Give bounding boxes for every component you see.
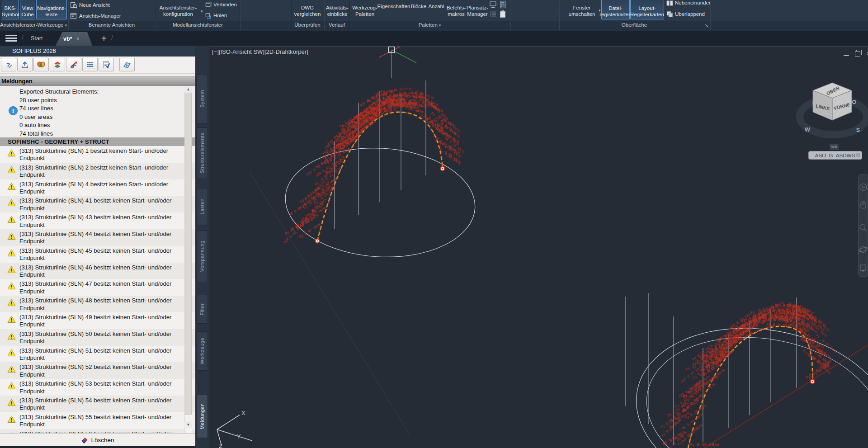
group-check[interactable]: Überprüfen (291, 22, 324, 29)
side-tab-strukturelemente[interactable]: Strukturelemente (196, 127, 208, 178)
warning-item[interactable]: ! (313) Strukturlinie (SLN) 55 besitzt k… (0, 412, 195, 429)
compass-south[interactable]: S (856, 127, 860, 133)
cascade-windows-button[interactable]: Überlappend (666, 10, 705, 18)
structure-1[interactable]: PZP 0.42 kN/mPy 0.42 kN/mPy -0.38 kN/mPy… (282, 80, 478, 263)
side-tab-meldungen[interactable]: Meldungen (196, 395, 208, 438)
warning-item[interactable]: ! (313) Strukturlinie (SLN) 45 besitzt k… (0, 246, 195, 263)
delete-button[interactable]: Löschen (0, 433, 195, 446)
bks-symbol-button[interactable]: BKS- Symbol (2, 0, 19, 19)
help-button[interactable]: ? (1, 58, 16, 71)
scrollbar-thumb[interactable] (185, 93, 192, 415)
warning-text-line2: Endpunkt (19, 271, 171, 278)
side-tab-filter[interactable]: Filter (196, 295, 208, 324)
chevron-down-icon[interactable]: ▾ (201, 9, 203, 14)
warning-item[interactable]: ! (313) Strukturlinie (SLN) 56 besitzt k… (0, 429, 195, 433)
restore-icon[interactable] (855, 51, 860, 57)
palette-clipboard-icon[interactable] (499, 10, 507, 18)
table-button[interactable] (82, 58, 98, 71)
group-named-views-label: Benannte Ansichten (89, 22, 135, 28)
view-cube[interactable]: N O S W OBEN LINKS VORNE (800, 83, 867, 135)
warning-item[interactable]: ! (313) Strukturlinie (SLN) 44 besitzt k… (0, 229, 195, 246)
visual-style-dropdown[interactable]: ASO_G_ASDWG (808, 151, 862, 160)
dropdown-handle-icon[interactable] (856, 153, 860, 157)
warning-item[interactable]: ! (313) Strukturlinie (SLN) 50 besitzt k… (0, 329, 195, 346)
group-interface[interactable]: Oberfläche (559, 22, 710, 29)
group-history[interactable]: Verlauf (324, 22, 350, 29)
beam-button[interactable] (66, 58, 81, 71)
messages-header[interactable]: Meldungen (0, 76, 195, 86)
switch-windows-button[interactable]: Fenster umschalten (566, 0, 598, 19)
navigation-bar-button[interactable]: Navigations- leiste (36, 0, 67, 19)
warning-item[interactable]: ! (313) Strukturlinie (SLN) 49 besitzt k… (0, 312, 195, 329)
side-tab-system[interactable]: System (196, 75, 208, 123)
warning-item[interactable]: ! (313) Strukturlinie (SLN) 43 besitzt k… (0, 212, 195, 229)
tab-start[interactable]: Start (28, 35, 45, 42)
warning-item[interactable]: ! (313) Strukturlinie (SLN) 47 besitzt k… (0, 279, 195, 296)
restore-viewport-button[interactable]: Holen (205, 11, 227, 19)
palette-calculator-icon[interactable] (499, 0, 507, 9)
drawing-canvas[interactable]: PZP 0.42 kN/mPy 0.42 kN/mPy -0.38 kN/mPy… (209, 47, 868, 448)
dialog-launcher-icon[interactable]: ↘ (704, 23, 708, 28)
group-model-viewports[interactable]: Modellansichtsfenster (156, 22, 240, 29)
view-cube-button[interactable]: View Cube (20, 0, 35, 19)
close-tab-icon[interactable]: × (76, 36, 79, 42)
structure-2[interactable]: Py 0.56 kN/m Py 0.28 kN/mPy -0.88 kN/mPB… (623, 293, 868, 448)
warning-text-line1: (313) Strukturlinie (SLN) 49 besitzt kei… (19, 314, 171, 321)
export-button[interactable] (17, 58, 33, 71)
warning-item[interactable]: ! (313) Strukturlinie (SLN) 46 besitzt k… (0, 263, 195, 279)
compass-west[interactable]: W (805, 127, 810, 133)
command-macros-button[interactable]: Befehls- makros (446, 0, 467, 19)
butterfly-button[interactable] (33, 58, 49, 71)
checklist-button[interactable] (99, 58, 114, 71)
side-tab-vorspannung[interactable]: Vorspannung (196, 231, 208, 282)
layers-color-button[interactable] (50, 58, 65, 71)
navigation-bar[interactable] (858, 174, 868, 277)
compass-east[interactable]: O (852, 99, 856, 105)
menu-icon[interactable] (5, 35, 17, 42)
viewport-configuration-button[interactable]: Ansichtsfenster- konfiguration (156, 0, 200, 19)
new-view-button[interactable]: Neue Ansicht (70, 1, 110, 9)
view-manager-button[interactable]: Ansichts-Manager (70, 12, 121, 20)
scroll-down-icon[interactable]: ▼ (184, 421, 192, 428)
warning-item[interactable]: ! (313) Strukturlinie (SLN) 41 besitzt k… (0, 196, 195, 212)
blocks-button[interactable]: Blöcke (410, 0, 428, 19)
activity-insights-button[interactable]: Aktivitäts- einblicke (325, 0, 350, 19)
palette-title[interactable]: SOFIPLUS 2026 (0, 46, 195, 57)
warning-item[interactable]: ! (313) Strukturlinie (SLN) 4 besitzt ke… (0, 179, 195, 196)
count-button[interactable]: Anzahl (427, 0, 446, 19)
dwg-compare-button[interactable]: DWG vergleichen (293, 0, 322, 19)
warning-item[interactable]: ! (313) Strukturlinie (SLN) 48 besitzt k… (0, 296, 195, 312)
palette-monitor-icon[interactable] (489, 0, 497, 9)
switch-windows-label-2: umschalten (569, 11, 595, 17)
side-tab-werkzeuge[interactable]: Werkzeuge (196, 331, 208, 371)
scroll-up-icon[interactable]: ▲ (184, 86, 192, 93)
minimize-icon[interactable] (844, 55, 849, 56)
properties-button[interactable]: Eigenschaften (378, 0, 410, 19)
warning-item[interactable]: ! (313) Strukturlinie (SLN) 54 besitzt k… (0, 396, 195, 412)
join-viewport-button[interactable]: Verbinden (205, 0, 237, 9)
group-viewport-tools[interactable]: Ansichtsfenster-Werkzeuge▾ (0, 22, 67, 29)
new-tab-button[interactable]: + (99, 33, 109, 44)
side-tab-lasten[interactable]: Lasten (196, 188, 208, 225)
warning-item[interactable]: ! (313) Strukturlinie (SLN) 52 besitzt k… (0, 362, 195, 379)
warning-icon: ! (7, 382, 16, 390)
warning-item[interactable]: ! (313) Strukturlinie (SLN) 2 besitzt ke… (0, 163, 195, 179)
group-palettes[interactable]: Paletten▾ (349, 22, 510, 29)
layout-tabs-button[interactable]: Layout- Registerkarten (630, 0, 664, 19)
section-header[interactable]: SOFIMSHC - GEOMETRY + STRUCT (0, 137, 195, 146)
warning-item[interactable]: ! (313) Strukturlinie (SLN) 51 besitzt k… (0, 346, 195, 363)
viewport-controls-label[interactable]: [−][ISO-Ansicht SW][2D-Drahtkörper] (212, 48, 308, 55)
file-tabs-button[interactable]: Datei- registerkarten (601, 0, 630, 19)
model-viewport[interactable]: [−][ISO-Ansicht SW][2D-Drahtkörper] × (209, 46, 868, 448)
palette-list-icon[interactable] (489, 10, 497, 18)
chevron-down-icon: ▾ (65, 23, 67, 28)
tool-palettes-button[interactable]: Werkzeug- Paletten (352, 0, 378, 19)
group-named-views[interactable]: Benannte Ansichten (68, 22, 155, 29)
mesh-button[interactable] (119, 58, 135, 71)
tile-windows-button[interactable]: Nebeneinander (666, 0, 711, 7)
close-icon[interactable]: × (866, 51, 868, 57)
warning-item[interactable]: ! (313) Strukturlinie (SLN) 53 besitzt k… (0, 379, 195, 396)
warning-item[interactable]: ! (313) Strukturlinie (SLN) 1 besitzt ke… (0, 146, 195, 163)
tab-vb-active[interactable]: vb* × (56, 32, 92, 46)
sheet-set-manager-button[interactable]: Plansatz- Manager (466, 0, 489, 19)
